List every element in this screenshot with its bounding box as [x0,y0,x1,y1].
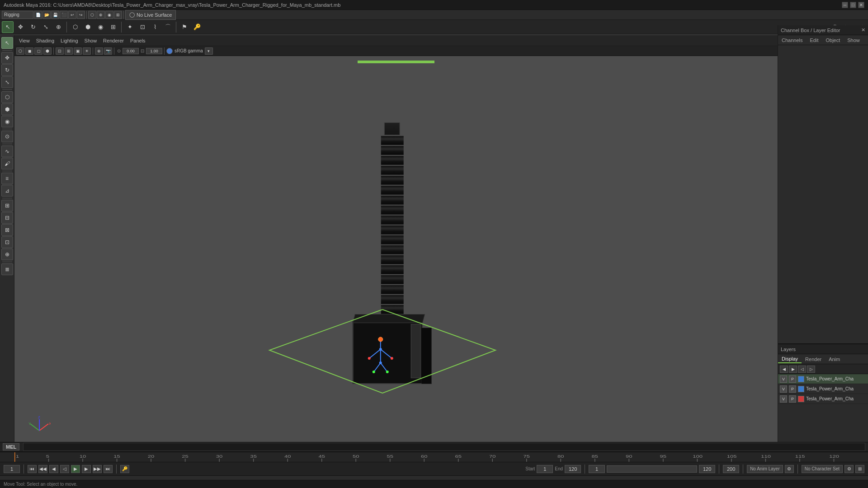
new-scene-btn[interactable]: 📄 [34,11,42,19]
vp-menu-show[interactable]: Show [82,37,100,44]
total-frames-input[interactable] [723,465,739,473]
current-frame-input[interactable] [4,465,20,473]
extra-btn1[interactable]: ⊞ [1,200,13,211]
vp-select-type[interactable]: ⬡ [16,47,24,55]
char-set-extra-btn[interactable]: ⊞ [855,465,864,473]
undo-btn[interactable]: ↩ [68,11,76,19]
layer-tab-render[interactable]: Render [802,356,825,363]
vp-value1-input[interactable] [123,48,139,54]
select-tool[interactable]: ↖ [2,21,14,33]
save-as-btn[interactable]: ⬛ [60,11,68,19]
vp-gamma-btn[interactable] [166,48,173,54]
anim-btn[interactable]: ⊿ [1,185,13,197]
prev-key-btn[interactable]: ◀◀ [38,465,47,473]
tab-channels[interactable]: Channels [778,37,806,44]
tab-show[interactable]: Show [844,37,863,44]
maximize-button[interactable]: □ [850,2,856,8]
auto-key-btn[interactable]: 🔑 [191,21,203,33]
extra-btn5[interactable]: ⊕ [1,249,13,260]
paint-skin-tool[interactable]: ◉ [94,21,106,33]
snap-grid-btn[interactable]: ⊞ [114,11,122,19]
component-sel-btn[interactable]: ⬡ [1,91,13,103]
layer-p-2[interactable]: P [789,385,796,393]
vp-menu-lighting[interactable]: Lighting [58,37,81,44]
bend-tool[interactable]: ⌒ [162,21,174,33]
range-end-input[interactable] [699,465,715,473]
soft-mod-tool[interactable]: ⬡ [69,21,81,33]
tab-edit[interactable]: Edit [806,37,822,44]
paint-btn[interactable]: ◉ [105,11,113,19]
vp-menu-shading[interactable]: Shading [33,37,57,44]
extra-btn3[interactable]: ⊠ [1,224,13,236]
layer-row-1[interactable]: V P Tesla_Power_Arm_Cha [778,374,868,384]
select-tool-btn[interactable]: ⬡ [88,11,96,19]
layer-row-3[interactable]: V P Tesla_Power_Arm_Cha [778,394,868,404]
deform-tool[interactable]: ⊞ [107,21,119,33]
prev-frame-btn[interactable]: ◀ [49,465,58,473]
vp-solid[interactable]: ⊞ [65,47,73,55]
lasso-btn[interactable]: ⊕ [97,11,105,19]
go-start-btn[interactable]: ⏮ [28,465,37,473]
range-bar[interactable] [607,465,697,473]
show-layer-btn[interactable]: ≡ [1,173,13,184]
select-mode-btn[interactable]: ↖ [1,37,13,49]
layer-v-3[interactable]: V [780,395,787,403]
layer-p-3[interactable]: P [789,395,796,403]
layer-fwd2-btn[interactable]: ▷ [807,366,815,373]
universal-tool[interactable]: ⊕ [52,21,64,33]
obj-sel-btn[interactable]: ◉ [1,116,13,127]
end-anim-input[interactable] [565,465,581,473]
save-btn[interactable]: 💾 [51,11,59,19]
vp-texture[interactable]: ▣ [74,47,82,55]
timeline-ruler[interactable]: 1 5 10 15 20 25 30 35 40 45 50 [0,452,868,462]
auto-key-tl-btn[interactable]: 🔑 [120,465,129,473]
extra-btn2[interactable]: ⊟ [1,212,13,224]
ik-tool[interactable]: ⊡ [137,21,148,33]
vp-grid-btn[interactable]: ⊕ [95,47,103,55]
vp-menu-view[interactable]: View [16,37,33,44]
extra-btn4[interactable]: ⊡ [1,236,13,248]
vp-shading3[interactable]: ⬢ [43,47,52,55]
rotate-mode-btn[interactable]: ↻ [1,64,13,76]
open-btn[interactable]: 📂 [42,11,51,19]
vp-light[interactable]: ☀ [83,47,91,55]
vp-shading2[interactable]: ◻ [34,47,42,55]
minimize-button[interactable]: ─ [842,2,848,8]
layer-back2-btn[interactable]: ◁ [798,366,806,373]
play-back-btn[interactable]: ◁ [60,465,69,473]
close-button[interactable]: ✕ [858,2,864,8]
vp-menu-panels[interactable]: Panels [127,37,148,44]
curve-tool-btn[interactable]: ∿ [1,145,13,157]
vp-value2-input[interactable] [146,48,162,54]
vp-wireframe[interactable]: ⊡ [56,47,64,55]
extra-btn6[interactable]: ≣ [1,263,13,275]
set-key-btn[interactable]: ⚑ [179,21,190,33]
scale-tool[interactable]: ⤡ [40,21,52,33]
move-mode-btn[interactable]: ✥ [1,52,13,64]
vp-shading1[interactable]: ◼ [25,47,33,55]
mel-input[interactable] [23,443,865,451]
lasso-sel-btn[interactable]: ⊙ [1,131,13,142]
layer-row-2[interactable]: V P Tesla_Power_Arm_Cha [778,384,868,394]
viewport-3d[interactable]: persp X Y Z [14,56,778,452]
live-surface-btn[interactable]: ◯ No Live Surface [125,10,176,20]
go-end-btn[interactable]: ⏭ [104,465,113,473]
move-tool[interactable]: ✥ [14,21,26,33]
char-set-settings-btn[interactable]: ⚙ [844,465,854,473]
ik-spline-tool[interactable]: ⌇ [149,21,161,33]
paint-btn-left[interactable]: 🖌 [1,158,13,169]
channel-box-close-icon[interactable]: ✕ [861,27,865,33]
layer-fwd-btn[interactable]: ▶ [789,366,797,373]
layer-v-2[interactable]: V [780,385,787,393]
start-frame-input[interactable] [537,465,553,473]
layer-tab-anim[interactable]: Anim [825,356,844,363]
next-key-btn[interactable]: ▶▶ [93,465,102,473]
layer-tab-display[interactable]: Display [778,355,802,363]
vp-menu-renderer[interactable]: Renderer [100,37,127,44]
play-fwd-btn[interactable]: ▶ [71,465,80,473]
vp-camera-btn[interactable]: 📷 [104,47,112,55]
vp-gamma-dropdown[interactable]: ▾ [205,47,213,55]
mode-dropdown[interactable]: Rigging [2,11,33,19]
layer-v-1[interactable]: V [780,375,787,383]
anim-layer-settings-btn[interactable]: ⚙ [785,465,794,473]
